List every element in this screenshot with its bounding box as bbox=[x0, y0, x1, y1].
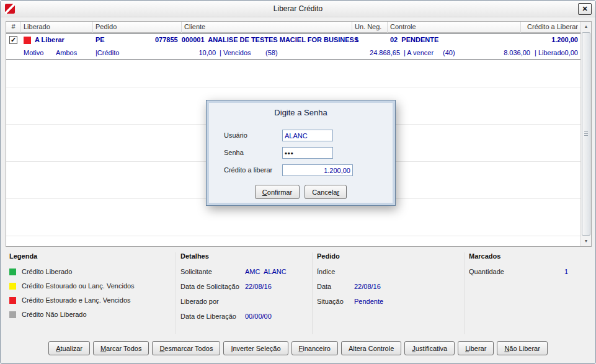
legend-item: Crédito Estourado ou Lanç. Vencidos bbox=[9, 282, 172, 290]
legend-item-label: Crédito Estourado ou Lanç. Vencidos bbox=[22, 282, 135, 290]
desmarcar-todos-button[interactable]: Desmarcar Todos bbox=[152, 341, 220, 355]
password-dialog-title: Digite a Senha bbox=[207, 108, 395, 117]
app-icon bbox=[5, 4, 15, 14]
atualizar-button[interactable]: Atualizar bbox=[48, 341, 90, 355]
legend-yellow-square bbox=[9, 283, 16, 290]
legend-gray-square bbox=[9, 311, 16, 318]
close-button[interactable]: ✕ bbox=[578, 3, 592, 15]
action-button-bar: Atualizar Marcar Todos Desmarcar Todos I… bbox=[1, 341, 595, 355]
detail-avencer-value: 8.036,00 bbox=[468, 49, 530, 56]
inverter-selecao-button[interactable]: Inverter Seleção bbox=[223, 341, 288, 355]
cell-credito-a-liberar: 1.200,00 bbox=[521, 36, 578, 43]
legend-item-label: Crédito Estourado e Lanç. Vencidos bbox=[22, 296, 131, 304]
credito-a-liberar-label: Crédito a liberar bbox=[224, 166, 272, 174]
usuario-input[interactable] bbox=[282, 130, 333, 141]
title-bar: Liberar Crédito ✕ bbox=[1, 1, 595, 17]
panel-divider bbox=[176, 252, 176, 334]
dialog-button-row: Confirmar Cancelar bbox=[207, 185, 395, 199]
situacao-label: Situação bbox=[317, 298, 354, 305]
data-solicitacao-value: 22/08/16 bbox=[245, 283, 272, 290]
legend-item: Crédito Não Liberado bbox=[9, 311, 172, 318]
status-color-square bbox=[24, 37, 31, 44]
legend-green-square bbox=[9, 269, 16, 275]
detail-credito-label: |Crédito bbox=[96, 49, 119, 56]
pedido-row: Data 22/08/16 bbox=[317, 283, 460, 290]
indice-label: Índice bbox=[317, 268, 354, 275]
column-header-pedido: Pedido bbox=[93, 22, 182, 33]
data-liberacao-value: 00/00/00 bbox=[245, 313, 272, 320]
financeiro-button[interactable]: Financeiro bbox=[291, 341, 338, 355]
marcados-panel: Marcados Quantidade 1 bbox=[469, 252, 568, 283]
data-value: 22/08/16 bbox=[354, 283, 381, 290]
grid-row-detail: Motivo Ambos |Crédito 10,00 | Vencidos (… bbox=[6, 47, 580, 60]
credito-a-liberar-input[interactable] bbox=[282, 164, 353, 176]
legend-item-label: Crédito Liberado bbox=[22, 268, 72, 275]
quantidade-value: 1 bbox=[564, 268, 568, 275]
marcados-title: Marcados bbox=[469, 252, 568, 260]
vertical-scrollbar[interactable]: ▲ ▼ bbox=[580, 22, 591, 246]
solicitante-label: Solicitante bbox=[180, 268, 245, 275]
detail-credito-value: 10,00 bbox=[149, 49, 216, 56]
pedido-panel: Pedido Índice Data 22/08/16 Situação Pen… bbox=[317, 252, 460, 313]
scroll-down-icon[interactable]: ▼ bbox=[581, 236, 591, 246]
altera-controle-button[interactable]: Altera Controle bbox=[341, 341, 401, 355]
quantidade-label: Quantidade bbox=[469, 268, 504, 275]
liberar-button[interactable]: Liberar bbox=[458, 341, 494, 355]
column-header-check: # bbox=[6, 22, 21, 33]
row-checkbox[interactable]: ✓ bbox=[9, 36, 17, 44]
solicitante-value: AMC ALANC bbox=[245, 268, 287, 275]
data-liberacao-label: Data de Liberação bbox=[180, 313, 245, 320]
column-header-credito: Crédito a Liberar bbox=[521, 22, 582, 33]
detail-vencidos-label: | Vencidos bbox=[220, 49, 251, 56]
detalhes-row: Data de Liberação 00/00/00 bbox=[180, 313, 312, 320]
legend-title: Legenda bbox=[9, 252, 172, 260]
justificativa-button[interactable]: Justificativa bbox=[404, 341, 455, 355]
senha-label: Senha bbox=[224, 149, 244, 156]
marcados-row: Quantidade 1 bbox=[469, 268, 568, 275]
detail-motivo-value: Ambos bbox=[56, 49, 77, 56]
detail-avencer-label: | A vencer bbox=[404, 49, 434, 56]
senha-input[interactable] bbox=[282, 147, 333, 159]
detail-motivo-label: Motivo bbox=[24, 49, 43, 56]
cancelar-button[interactable]: Cancelar bbox=[305, 185, 347, 199]
confirmar-button[interactable]: Confirmar bbox=[255, 185, 300, 199]
detalhes-row: Liberado por bbox=[180, 298, 312, 305]
grid-row-main[interactable]: ✓ A Liberar PE 077855 000001 ANALISE DE … bbox=[6, 33, 580, 47]
panel-divider bbox=[312, 252, 313, 334]
liberado-por-label: Liberado por bbox=[180, 298, 245, 305]
marcar-todos-button[interactable]: Marcar Todos bbox=[93, 341, 149, 355]
detail-vencidos-count: (58) bbox=[265, 49, 278, 56]
data-label: Data bbox=[317, 283, 354, 290]
detalhes-title: Detalhes bbox=[180, 252, 312, 260]
legend-item: Crédito Estourado e Lanç. Vencidos bbox=[9, 296, 172, 304]
grid-header-row: # Liberado Pedido Cliente Un. Neg. Contr… bbox=[6, 22, 580, 33]
window-title: Liberar Crédito bbox=[1, 1, 595, 17]
cell-status: A Liberar bbox=[35, 36, 64, 43]
cell-pedido: PE bbox=[96, 36, 105, 43]
grid-record[interactable]: ✓ A Liberar PE 077855 000001 ANALISE DE … bbox=[6, 33, 580, 60]
legend-red-square bbox=[9, 297, 16, 304]
pedido-row: Índice bbox=[317, 268, 460, 275]
panel-divider bbox=[464, 252, 465, 334]
detalhes-panel: Detalhes Solicitante AMC ALANC Data de S… bbox=[180, 252, 312, 327]
cell-cliente: 077855 000001 ANALISE DE TESTES MACIEL F… bbox=[155, 36, 358, 43]
detail-vencidos-value: 24.868,65 bbox=[316, 49, 400, 56]
password-dialog: Digite a Senha Usuário Senha Crédito a l… bbox=[206, 100, 396, 206]
legend-panel: Legenda Crédito Liberado Crédito Estoura… bbox=[9, 252, 172, 325]
column-header-cliente: Cliente bbox=[182, 22, 352, 33]
pedido-title: Pedido bbox=[317, 252, 460, 260]
detail-avencer-count: (40) bbox=[443, 49, 455, 56]
situacao-value: Pendente bbox=[354, 298, 383, 305]
column-header-un-neg: Un. Neg. bbox=[352, 22, 388, 33]
pedido-row: Situação Pendente bbox=[317, 298, 460, 305]
scrollbar-thumb[interactable] bbox=[582, 32, 590, 236]
liberar-credito-window: Liberar Crédito ✕ # Liberado Pedido Clie… bbox=[0, 0, 596, 364]
nao-liberar-button[interactable]: Não Liberar bbox=[497, 341, 548, 355]
scroll-up-icon[interactable]: ▲ bbox=[581, 22, 591, 32]
cell-controle: 02 PENDENTE bbox=[390, 36, 438, 43]
legend-item: Crédito Liberado bbox=[9, 268, 172, 275]
data-solicitacao-label: Data de Solicitação bbox=[180, 283, 245, 290]
legend-item-label: Crédito Não Liberado bbox=[22, 311, 87, 318]
usuario-label: Usuário bbox=[224, 131, 247, 139]
detalhes-row: Data de Solicitação 22/08/16 bbox=[180, 283, 312, 290]
